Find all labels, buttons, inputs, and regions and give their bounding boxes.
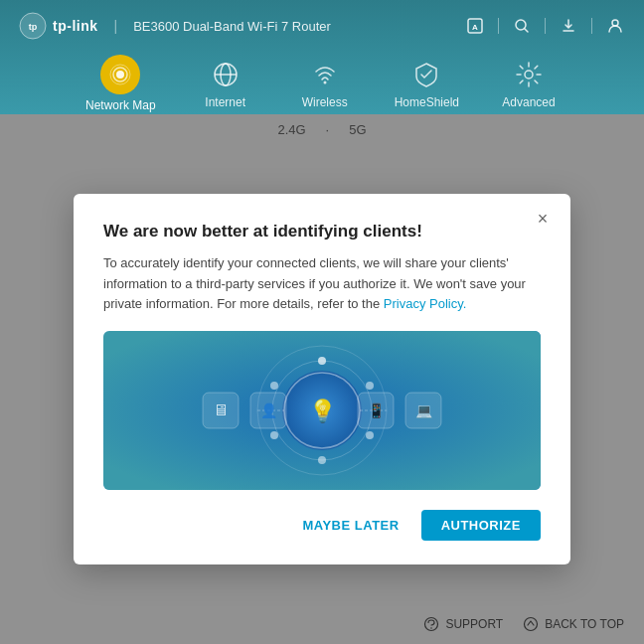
svg-text:📱: 📱 [368,402,386,419]
svg-point-13 [323,81,326,84]
svg-text:tp: tp [29,22,38,32]
advanced-icon [512,58,546,91]
dialog-illustration: 💡 🖥 👤 📱 💻 [103,331,541,490]
dialog: × We are now better at identifying clien… [74,194,570,564]
svg-text:🖥: 🖥 [213,402,229,418]
main-content: 2.4G · 5G × We are now better at identif… [0,114,644,644]
network-map-icon-bg [100,55,140,94]
tab-network-map-label: Network Map [85,98,156,112]
svg-text:💻: 💻 [415,402,433,419]
svg-text:💡: 💡 [309,398,337,424]
user-icon[interactable] [604,15,626,37]
dialog-footer: MAYBE LATER AUTHORIZE [103,510,541,541]
brand-divider: | [114,18,118,34]
svg-point-14 [525,71,533,79]
dialog-close-button[interactable]: × [531,208,555,232]
tab-wireless-label: Wireless [302,95,348,109]
tab-advanced[interactable]: Advanced [479,50,578,117]
brand-area: tp tp-link | BE3600 Dual-Band Wi-Fi 7 Ro… [18,11,331,41]
brand-name: tp-link [53,18,98,34]
search-icon[interactable] [511,15,533,37]
divider-1 [498,18,499,34]
illustration-bg: 💡 🖥 👤 📱 💻 [103,331,541,490]
tp-link-logo: tp tp-link [18,11,98,41]
svg-point-7 [116,71,124,79]
tab-advanced-label: Advanced [502,95,555,109]
authorize-button[interactable]: AUTHORIZE [421,510,541,541]
wireless-icon [308,58,342,91]
tab-internet-label: Internet [205,95,245,109]
tp-link-logo-icon: tp [18,11,48,41]
divider-2 [545,18,546,34]
tab-homeshield[interactable]: HomeShield [375,50,479,117]
tab-wireless[interactable]: Wireless [275,50,375,117]
maybe-later-button[interactable]: MAYBE LATER [290,510,410,541]
divider-3 [591,18,592,34]
svg-text:A: A [472,23,478,32]
header-top: tp tp-link | BE3600 Dual-Band Wi-Fi 7 Ro… [0,0,644,42]
download-icon[interactable] [558,15,579,37]
svg-point-20 [318,357,326,365]
svg-point-6 [612,20,618,26]
dialog-body: To accurately identify your connected cl… [103,253,541,315]
svg-point-24 [270,382,278,390]
svg-line-5 [525,29,528,32]
homeshield-icon [409,58,443,91]
font-size-icon[interactable]: A [464,15,486,37]
svg-point-21 [366,382,374,390]
svg-point-23 [318,456,326,464]
tab-internet[interactable]: Internet [176,50,275,117]
dialog-title: We are now better at identifying clients… [103,222,541,242]
dialog-overlay: × We are now better at identifying clien… [0,114,644,644]
tab-network-map[interactable]: Network Map [66,47,176,120]
header-icons: A [464,15,626,37]
header: tp tp-link | BE3600 Dual-Band Wi-Fi 7 Ro… [0,0,644,114]
svg-point-25 [270,431,278,439]
tab-homeshield-label: HomeShield [395,95,459,109]
nav-tabs: Network Map Internet [0,42,644,120]
privacy-policy-link[interactable]: Privacy Policy. [384,296,467,311]
internet-icon [209,58,242,91]
svg-text:👤: 👤 [260,402,278,419]
svg-point-22 [366,431,374,439]
product-name: BE3600 Dual-Band Wi-Fi 7 Router [133,19,331,34]
